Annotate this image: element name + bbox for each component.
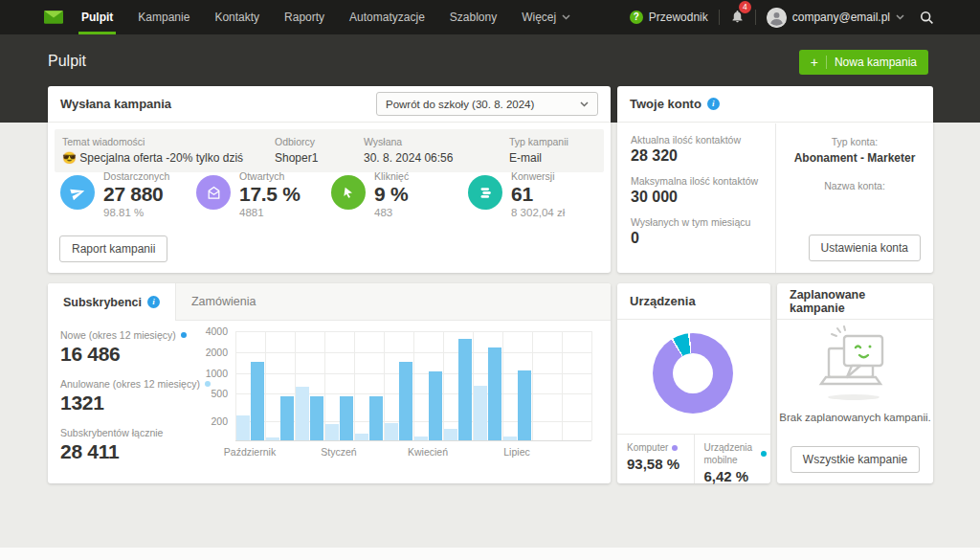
y-axis-tick: 1000 — [182, 368, 228, 379]
account-menu[interactable]: company@email.pl — [767, 8, 904, 28]
metric-label: Kliknięć — [374, 170, 409, 182]
nav-item-raporty[interactable]: Raporty — [272, 0, 337, 34]
subscribers-card: SubskrybenciiZamówienia Nowe (okres 12 m… — [48, 283, 611, 483]
account-stat: Maksymalna ilość kontaktów30 000 — [631, 175, 775, 206]
campaign-selector[interactable]: Powrót do szkoły (30. 8. 2024) — [376, 92, 598, 116]
device-legend-label-text: Komputer — [627, 441, 668, 454]
account-card-body: Aktualna ilość kontaktów28 320Maksymalna… — [617, 123, 933, 273]
account-stat: Aktualna ilość kontaktów28 320 — [631, 134, 775, 165]
account-email: company@email.pl — [792, 11, 890, 24]
bar-anulowane-kwiecień — [414, 437, 428, 440]
page-title: Pulpit — [48, 53, 86, 70]
bar-anulowane-październik — [236, 415, 250, 440]
nav-item-szablony[interactable]: Szablony — [437, 0, 509, 34]
footer-band — [0, 548, 980, 560]
gridline — [591, 331, 592, 440]
devices-card-header: Urządzenia — [617, 283, 770, 320]
metric-text: Dostarczonych27 88098.81 % — [103, 170, 169, 218]
metric-dostarczonych: Dostarczonych27 88098.81 % — [60, 170, 196, 218]
chevron-down-icon — [580, 101, 589, 107]
nav-more[interactable]: Więcej — [509, 0, 583, 34]
subscribers-body: Nowe (okres 12 miesięcy)16 486Anulowane … — [48, 321, 611, 483]
campaign-info-label: Temat wiadomości — [62, 136, 267, 147]
bar-anulowane-grudzień — [296, 387, 309, 440]
bar-nowe-kwiecień — [429, 371, 442, 440]
envelope-open-icon — [196, 175, 231, 210]
metric-value: 9 % — [374, 183, 409, 205]
account-stat-value: 0 — [631, 230, 775, 247]
account-stat: Wysłanych w tym miesiącu0 — [631, 216, 775, 247]
all-campaigns-button[interactable]: Wszystkie kampanie — [791, 446, 920, 473]
y-axis-tick: 500 — [182, 388, 228, 399]
campaign-info-label: Typ kampanii — [509, 136, 604, 147]
devices-card: Urządzenia Komputer93,58 %Urządzenia mob… — [617, 283, 770, 483]
devices-card-title: Urządzenia — [630, 294, 696, 308]
nav-more-label: Więcej — [522, 0, 556, 34]
bar-nowe-lipiec — [518, 370, 531, 440]
top-nav: PulpitKampanieKontaktyRaportyAutomatyzac… — [0, 0, 980, 34]
gridline — [562, 331, 563, 440]
scheduled-card-header: Zaplanowane kampanie — [777, 283, 933, 320]
guide-button[interactable]: ? Przewodnik — [630, 11, 708, 24]
campaign-info-field: Wysłana30. 8. 2024 06:56 — [356, 136, 501, 165]
device-legend-label-text: Urządzenia mobilne — [704, 441, 758, 466]
metric-subvalue: 8 302,04 zł — [511, 207, 565, 218]
search-button[interactable] — [919, 10, 934, 25]
new-campaign-label: Nowa kampania — [835, 56, 917, 69]
device-legend-value: 6,42 % — [704, 468, 768, 484]
envelope-logo-icon[interactable] — [44, 11, 63, 24]
tab-zamówienia[interactable]: Zamówienia — [176, 283, 271, 320]
bar-nowe-czerwiec — [488, 347, 501, 440]
legend-dot — [761, 451, 767, 457]
bar-anulowane-luty — [355, 434, 368, 440]
campaign-report-button[interactable]: Raport kampanii — [59, 235, 167, 262]
metric-subvalue: 4881 — [239, 207, 301, 218]
account-settings-button[interactable]: Ustawienia konta — [809, 235, 921, 261]
account-stat-label: Maksymalna ilość kontaktów — [631, 175, 775, 187]
top-nav-right: ? Przewodnik 4 company@email.pl — [630, 7, 934, 28]
nav-item-pulpit[interactable]: Pulpit — [69, 0, 125, 34]
x-axis-line — [235, 440, 591, 441]
bar-nowe-listopad — [280, 396, 294, 440]
primary-nav: PulpitKampanieKontaktyRaportyAutomatyzac… — [69, 0, 509, 34]
devices-donut-chart — [653, 333, 733, 414]
scheduled-card-title: Zaplanowane kampanie — [790, 288, 921, 315]
account-card: Twoje konto i Aktualna ilość kontaktów28… — [617, 86, 933, 273]
y-axis-tick: 4000 — [182, 325, 228, 337]
metric-label: Dostarczonych — [103, 170, 169, 182]
account-type-label: Typ konta: — [776, 136, 933, 147]
bar-nowe-luty — [369, 396, 383, 440]
info-icon[interactable]: i — [147, 296, 160, 308]
gridline — [443, 331, 444, 440]
account-stat-value: 30 000 — [631, 189, 775, 206]
coins-icon — [468, 175, 502, 210]
gridline — [354, 331, 355, 440]
bar-nowe-styczeń — [340, 396, 353, 440]
nav-item-automatyzacje[interactable]: Automatyzacje — [337, 0, 437, 34]
account-type-value: Abonament - Marketer — [776, 151, 933, 165]
dashboard-page: PulpitKampanieKontaktyRaportyAutomatyzac… — [0, 0, 980, 560]
campaign-info-field: Typ kampaniiE-mail — [501, 136, 604, 165]
no-scheduled-campaigns-message: Brak zaplanowanych kampanii. — [779, 412, 931, 423]
device-legend-label: Urządzenia mobilne — [704, 441, 768, 466]
tab-label: Zamówienia — [191, 295, 256, 308]
metric-subvalue: 98.81 % — [103, 207, 169, 218]
gridline — [502, 331, 503, 440]
notifications-button[interactable]: 4 — [730, 7, 745, 28]
click-icon — [331, 175, 366, 210]
campaign-info-value: 30. 8. 2024 06:56 — [364, 151, 501, 165]
y-axis-tick: 2000 — [182, 347, 228, 358]
campaign-info-label: Wysłana — [364, 136, 501, 147]
nav-item-kontakty[interactable]: Kontakty — [202, 0, 272, 34]
info-icon[interactable]: i — [707, 98, 720, 110]
tab-subskrybenci[interactable]: Subskrybencii — [48, 283, 176, 321]
nav-item-kampanie[interactable]: Kampanie — [125, 0, 202, 34]
avatar — [767, 8, 787, 28]
new-campaign-button[interactable]: + Nowa kampania — [799, 50, 928, 75]
metric-label: Konwersji — [511, 170, 565, 182]
legend-dot — [672, 445, 678, 451]
metric-otwartych: Otwartych17.5 %4881 — [196, 170, 331, 218]
metric-konwersji: Konwersji618 302,04 zł — [468, 170, 565, 218]
campaign-info-field: Temat wiadomości😎 Specjalna oferta -20% … — [55, 136, 267, 165]
guide-label: Przewodnik — [649, 11, 708, 24]
